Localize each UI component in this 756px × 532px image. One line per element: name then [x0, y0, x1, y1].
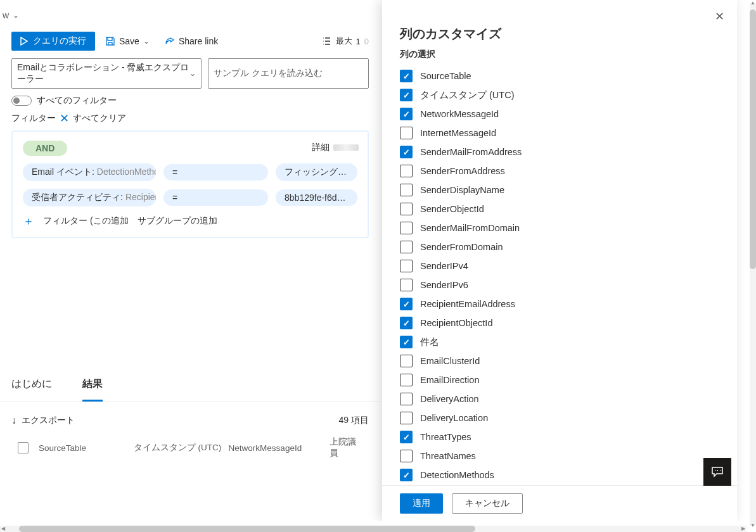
checkbox[interactable]: ✓ [400, 108, 413, 120]
checkbox[interactable]: ✓ [400, 336, 413, 348]
breadcrumb-bar: w ⌄ [0, 0, 380, 25]
condition-operator[interactable]: = [163, 189, 268, 206]
customize-columns-panel: ✕ 列のカスタマイズ 列の選択 ✓SourceTable✓タイムスタンプ (UT… [382, 0, 737, 521]
tab-start[interactable]: はじめに [11, 371, 52, 402]
play-icon [20, 37, 28, 46]
vertical-scrollbar[interactable]: ▲ ▼ [750, 3, 756, 526]
column-option[interactable]: ThreatNames [400, 446, 719, 466]
column-option[interactable]: EmailClusterId [400, 352, 719, 370]
checkbox[interactable]: ✓ [400, 317, 413, 329]
checkbox[interactable] [400, 165, 413, 177]
checkbox[interactable] [400, 203, 413, 215]
run-query-button[interactable]: クエリの実行 [11, 32, 95, 51]
column-option[interactable]: SenderMailFromDomain [400, 218, 719, 238]
checkbox[interactable] [400, 127, 413, 139]
column-option[interactable]: DeliveryAction [400, 390, 719, 408]
column-option[interactable]: InternetMessageId [400, 124, 719, 142]
checkbox[interactable] [400, 393, 413, 405]
column-option[interactable]: ✓SourceTable [400, 66, 719, 86]
sample-query-dropdown[interactable]: サンプル クエリを読み込む [208, 58, 369, 89]
checkbox[interactable] [400, 355, 413, 367]
column-option[interactable]: SenderFromDomain [400, 238, 719, 256]
column-option-label: SourceTable [420, 71, 471, 81]
detail-label: 詳細 [312, 142, 359, 153]
sample-placeholder: サンプル クエリを読み込む [214, 68, 323, 79]
column-option-label: SenderObjectId [420, 204, 484, 214]
column-option[interactable]: SenderIPv6 [400, 276, 719, 294]
clear-all-icon[interactable]: ✕ [60, 114, 69, 123]
chevron-down-icon: ⌄ [13, 11, 19, 20]
all-filters-toggle[interactable] [11, 96, 32, 106]
column-option[interactable]: ✓NetworkMessageId [400, 104, 719, 124]
checkbox[interactable] [400, 450, 413, 462]
chevron-down-icon: ⌄ [189, 69, 196, 78]
select-all-checkbox[interactable] [18, 442, 29, 453]
result-count: 49 項目 [339, 415, 369, 426]
list-icon [322, 36, 332, 46]
scroll-thumb[interactable] [750, 10, 756, 269]
scroll-thumb[interactable] [19, 526, 475, 532]
save-button[interactable]: Save ⌄ [100, 32, 155, 50]
column-option[interactable]: ✓RecipientObjectId [400, 314, 719, 332]
shimmer-icon [333, 144, 359, 151]
checkbox[interactable]: ✓ [400, 89, 413, 101]
condition-field[interactable]: Email イベント: DetectionMethods [23, 163, 156, 181]
column-option[interactable]: ✓RecipientEmailAddress [400, 294, 719, 314]
apply-button[interactable]: 適用 [400, 493, 443, 514]
checkbox[interactable] [400, 412, 413, 424]
checkbox[interactable]: ✓ [400, 298, 413, 310]
add-subgroup-button[interactable]: サブグループの追加 [138, 215, 217, 227]
column-option[interactable]: SenderIPv4 [400, 256, 719, 276]
checkbox[interactable] [400, 184, 413, 196]
column-option[interactable]: ✓タイムスタンプ (UTC) [400, 86, 719, 104]
max-val: 1 [356, 37, 361, 46]
results-tabs: はじめに 結果 [0, 371, 380, 402]
column-option[interactable]: DeliveryLocation [400, 408, 719, 428]
column-header[interactable]: タイムスタンプ (UTC) [134, 442, 229, 453]
share-link-button[interactable]: Share link [160, 32, 223, 50]
condition-row: 受信者アクティビティ: RecipientObj... = 8bb129fe-f… [23, 189, 357, 206]
plus-icon: ＋ [23, 217, 34, 225]
clear-all-label[interactable]: すべてクリア [73, 113, 126, 124]
condition-field[interactable]: 受信者アクティビティ: RecipientObj... [23, 189, 156, 206]
column-option[interactable]: SenderObjectId [400, 200, 719, 218]
checkbox[interactable]: ✓ [400, 431, 413, 443]
scroll-left-icon: ◀ [0, 526, 6, 532]
feedback-button[interactable] [703, 458, 731, 486]
column-option[interactable]: ✓DetectionMethods [400, 466, 719, 484]
close-button[interactable]: ✕ [712, 9, 727, 24]
column-option[interactable]: EmailDirection [400, 370, 719, 390]
tab-dropdown[interactable]: w ⌄ [0, 5, 22, 25]
column-header[interactable]: 上院議員 [330, 436, 369, 459]
checkbox[interactable] [400, 222, 413, 234]
column-header[interactable]: SourceTable [39, 443, 134, 453]
source-dropdown[interactable]: Emailとコラボレーション - 脅威エクスプローラー ⌄ [11, 58, 202, 89]
checkbox[interactable] [400, 260, 413, 272]
checkbox[interactable]: ✓ [400, 469, 413, 481]
save-icon [105, 36, 115, 46]
condition-operator[interactable]: = [163, 164, 268, 180]
horizontal-scrollbar[interactable]: ◀ ▶ [0, 526, 746, 532]
checkbox[interactable] [400, 279, 413, 291]
column-option[interactable]: ✓件名 [400, 332, 719, 352]
combiner-and[interactable]: AND [23, 141, 67, 156]
checkbox[interactable] [400, 241, 413, 253]
column-header[interactable]: NetworkMessageId [229, 443, 330, 453]
column-option-label: SenderFromAddress [420, 166, 505, 176]
column-option[interactable]: SenderDisplayName [400, 180, 719, 200]
scroll-up-icon: ▲ [750, 0, 756, 6]
condition-value[interactable]: フィッシング: ["General filetr" [276, 163, 357, 181]
checkbox[interactable] [400, 374, 413, 386]
cancel-button[interactable]: キャンセル [452, 493, 523, 514]
checkbox[interactable]: ✓ [400, 146, 413, 158]
column-option[interactable]: ✓SenderMailFromAddress [400, 142, 719, 162]
column-option[interactable]: ✓ThreatTypes [400, 428, 719, 446]
checkbox[interactable]: ✓ [400, 70, 413, 82]
run-query-label: クエリの実行 [33, 35, 86, 47]
table-header: SourceTable タイムスタンプ (UTC) NetworkMessage… [0, 433, 380, 459]
tab-results[interactable]: 結果 [82, 371, 103, 402]
add-filter-button[interactable]: フィルター (この追加 [43, 215, 129, 227]
condition-value[interactable]: 8bb129fe-f6d4-431f -8 [276, 189, 357, 206]
export-button[interactable]: ↓ エクスポート [11, 415, 75, 426]
column-option[interactable]: SenderFromAddress [400, 162, 719, 180]
